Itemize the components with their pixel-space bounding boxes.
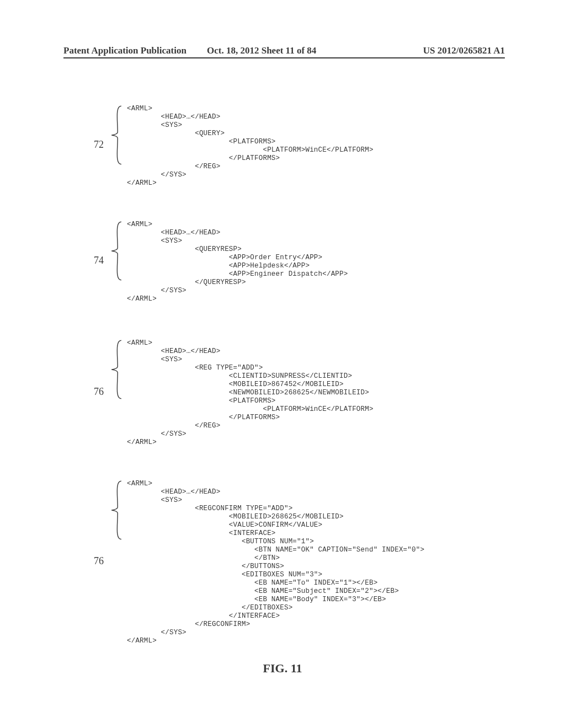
block-label: 76 xyxy=(94,386,104,398)
code-text: <ARML> <HEAD>…</HEAD> <SYS> <REG TYPE="A… xyxy=(127,339,374,447)
code-block: 76 <ARML> <HEAD>…</HEAD> <SYS> <REG TYPE… xyxy=(94,339,513,447)
header-left: Patent Application Publication xyxy=(63,45,186,56)
code-block: 76 <ARML> <HEAD>…</HEAD> <SYS> <REGCONFI… xyxy=(94,480,513,645)
block-label: 72 xyxy=(94,139,104,151)
header-mid: Oct. 18, 2012 Sheet 11 of 84 xyxy=(207,45,316,56)
brace-icon xyxy=(110,221,122,281)
code-block: 74 <ARML> <HEAD>…</HEAD> <SYS> <QUERYRES… xyxy=(94,221,513,303)
code-text: <ARML> <HEAD>…</HEAD> <SYS> <QUERY> <PLA… xyxy=(127,105,374,188)
block-label: 76 xyxy=(94,555,104,567)
brace-icon xyxy=(110,480,122,540)
header-right: US 2012/0265821 A1 xyxy=(423,45,505,56)
block-label: 74 xyxy=(94,255,104,266)
figure-caption: FIG. 11 xyxy=(0,661,565,676)
code-text: <ARML> <HEAD>…</HEAD> <SYS> <REGCONFIRM … xyxy=(127,480,424,645)
brace-icon xyxy=(110,105,122,165)
header-rule xyxy=(63,57,505,58)
code-text: <ARML> <HEAD>…</HEAD> <SYS> <QUERYRESP> … xyxy=(127,221,348,303)
brace-icon xyxy=(110,339,122,400)
code-block: 72 <ARML> <HEAD>…</HEAD> <SYS> <QUERY> <… xyxy=(94,105,513,188)
page: Patent Application Publication Oct. 18, … xyxy=(0,0,565,728)
